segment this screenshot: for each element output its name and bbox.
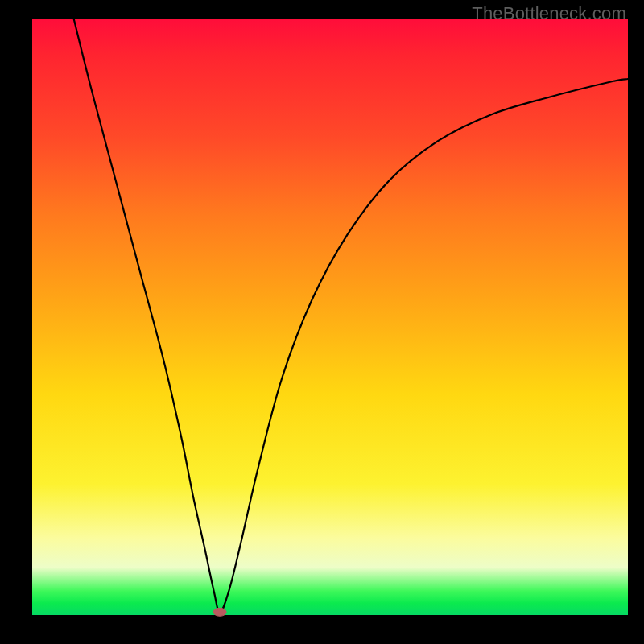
curve-svg xyxy=(32,19,628,615)
plot-area xyxy=(32,19,628,615)
watermark-text: TheBottleneck.com xyxy=(472,3,626,24)
bottleneck-curve xyxy=(74,19,628,612)
minimum-marker xyxy=(213,608,226,616)
chart-frame: TheBottleneck.com xyxy=(0,0,644,644)
